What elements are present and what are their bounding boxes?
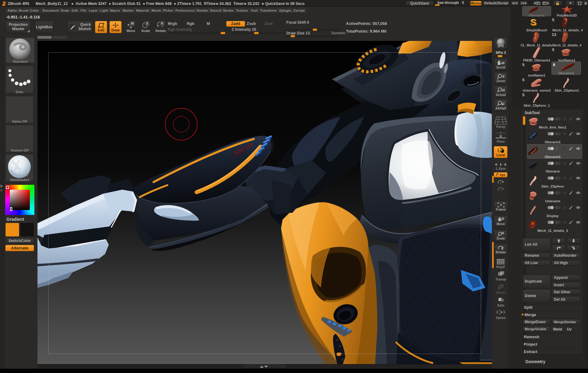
svg-text:z: z: [500, 188, 501, 191]
svg-text:M: M: [131, 22, 134, 25]
svg-text:x1: x1: [502, 89, 505, 92]
svg-text:S: S: [146, 22, 148, 25]
svg-text:BPR: BPR: [497, 45, 504, 48]
svg-text:y: y: [500, 181, 501, 184]
svg-text:R: R: [161, 22, 163, 25]
